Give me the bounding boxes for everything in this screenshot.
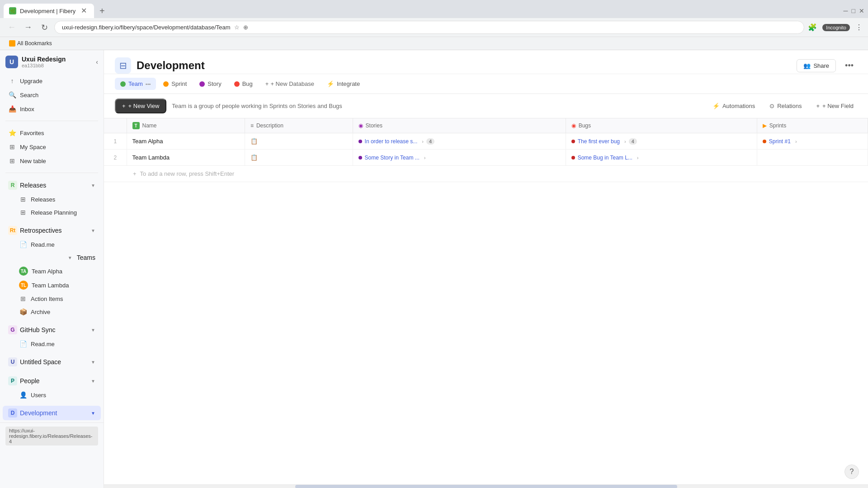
sidebar-item-search[interactable]: 🔍 Search <box>3 88 101 102</box>
tab-team[interactable]: Team ••• <box>115 78 156 90</box>
col-stories[interactable]: ◉ Stories <box>353 118 566 133</box>
address-bar[interactable]: uxui-redesign.fibery.io/fibery/space/Dev… <box>54 21 804 34</box>
action-items-icon: ⊞ <box>19 295 27 303</box>
users-label: Users <box>31 392 46 399</box>
new-view-button[interactable]: + + New View <box>115 99 166 113</box>
sidebar-item-readme[interactable]: 📄 Read.me <box>3 238 101 251</box>
tab-sprint[interactable]: Sprint <box>158 78 192 90</box>
col-name[interactable]: T Name <box>127 118 245 133</box>
tab-story[interactable]: Story <box>194 78 226 90</box>
data-table: T Name ≡ Description ◉ <box>104 118 868 166</box>
sidebar-item-new-table[interactable]: ⊞ New table <box>3 154 101 168</box>
automations-button[interactable]: ⚡ Automations <box>709 100 759 112</box>
row-1-bug-link[interactable]: The first ever bug › 4 <box>571 138 751 145</box>
untitled-space-header[interactable]: U Untitled Space ▼ <box>3 355 101 369</box>
sidebar-item-users[interactable]: 👤 Users <box>3 389 101 401</box>
col-sprints[interactable]: ▶ Sprints <box>757 118 868 133</box>
teams-sub-header[interactable]: ▼ Teams <box>3 251 101 264</box>
new-tab-button[interactable]: + <box>96 4 108 18</box>
share-button[interactable]: 👥 Share <box>797 59 836 72</box>
github-sync-section: G GitHub Sync ▼ 📄 Read.me <box>0 320 104 352</box>
active-tab[interactable]: 🌿 Development | Fibery ✕ <box>4 4 94 18</box>
bug-tab-label: Bug <box>242 80 253 87</box>
sidebar-item-archive[interactable]: 📦 Archive <box>3 305 101 318</box>
close-window-button[interactable]: ✕ <box>859 7 864 14</box>
sidebar-item-github-readme[interactable]: 📄 Read.me <box>3 338 101 350</box>
sidebar-item-favorites[interactable]: ⭐ Favorites <box>3 126 101 140</box>
tab-close-button[interactable]: ✕ <box>81 7 87 14</box>
sprint-tab-label: Sprint <box>171 80 187 87</box>
integrate-label: Integrate <box>337 80 360 87</box>
row-1-story-link[interactable]: In order to release s... › 4 <box>359 138 560 145</box>
development-header[interactable]: D Development ▼ <box>3 406 101 420</box>
new-database-button[interactable]: + + New Database <box>260 78 320 90</box>
sidebar-item-team-alpha[interactable]: TA Team Alpha <box>3 264 101 278</box>
search-icon: 🔍 <box>8 91 16 99</box>
sidebar-item-team-lambda[interactable]: TL Team Lambda <box>3 278 101 292</box>
integrate-button[interactable]: ⚡ Integrate <box>321 78 365 90</box>
share-icon: 👥 <box>803 62 811 69</box>
releases-section-header[interactable]: R Releases ▼ <box>3 178 101 192</box>
sidebar-item-inbox[interactable]: 📥 Inbox <box>3 102 101 116</box>
row-2-name-cell[interactable]: Team Lambda <box>127 150 245 166</box>
row-1-story-expand-icon[interactable]: › <box>422 139 424 144</box>
row-2-bug-link[interactable]: Some Bug in Team L... › <box>571 155 751 161</box>
collapse-sidebar-button[interactable]: ‹ <box>96 58 98 66</box>
row-1-name-cell[interactable]: Team Alpha <box>127 133 245 150</box>
col-description[interactable]: ≡ Description <box>245 118 353 133</box>
more-options-button[interactable]: ••• <box>841 59 857 72</box>
row-1-description-cell[interactable]: 📋 <box>245 133 353 150</box>
scrollbar-thumb[interactable] <box>295 485 677 488</box>
row-1-sprints-cell[interactable]: Sprint #1 › <box>757 133 868 150</box>
sidebar-item-release-planning[interactable]: ⊞ Release Planning <box>3 206 101 219</box>
row-2-stories-cell[interactable]: Some Story in Team ... › <box>353 150 566 166</box>
restore-button[interactable]: □ <box>852 7 855 14</box>
tab-controls: ─ □ ✕ <box>844 7 864 14</box>
new-field-button[interactable]: + + New Field <box>812 100 857 112</box>
row-2-description-cell[interactable]: 📋 <box>245 150 353 166</box>
retrospectives-section-header[interactable]: Rt Retrospectives ▼ <box>3 223 101 238</box>
forward-button[interactable]: → <box>22 21 34 34</box>
row-1-sprint-text: Sprint #1 <box>769 138 791 145</box>
untitled-space-chevron-icon: ▼ <box>91 360 95 365</box>
row-1-sprint-expand-icon[interactable]: › <box>795 139 797 144</box>
github-sync-header[interactable]: G GitHub Sync ▼ <box>3 323 101 337</box>
people-header[interactable]: P People ▼ <box>3 374 101 388</box>
relations-button[interactable]: ⊙ Relations <box>766 100 805 112</box>
col-bugs[interactable]: ◉ Bugs <box>566 118 757 133</box>
sprint-tab-dot <box>163 81 169 87</box>
row-2-story-link[interactable]: Some Story in Team ... › <box>359 155 560 161</box>
reload-button[interactable]: ↻ <box>38 21 51 34</box>
team-tab-more-button[interactable]: ••• <box>146 81 151 87</box>
sidebar-item-my-space[interactable]: ⊞ My Space <box>3 140 101 154</box>
row-2-story-expand-icon[interactable]: › <box>424 155 426 160</box>
row-1-sprint-link[interactable]: Sprint #1 › <box>763 138 862 145</box>
horizontal-scrollbar[interactable] <box>104 484 868 488</box>
development-icon: D <box>8 408 17 418</box>
row-1-stories-cell[interactable]: In order to release s... › 4 <box>353 133 566 150</box>
releases-label: Releases <box>31 196 86 203</box>
add-row-hint[interactable]: + To add a new row, press Shift+Enter <box>104 166 868 182</box>
sidebar-item-action-items[interactable]: ⊞ Action Items <box>3 292 101 305</box>
back-button[interactable]: ← <box>5 21 18 34</box>
bookmark-star-icon[interactable]: ☆ <box>234 24 240 31</box>
menu-icon[interactable]: ⋮ <box>855 23 863 32</box>
address-text: uxui-redesign.fibery.io/fibery/space/Dev… <box>62 24 231 31</box>
sidebar-item-releases[interactable]: ⊞ Releases ••• <box>3 193 101 206</box>
tab-bug[interactable]: Bug <box>229 78 258 90</box>
bugs-col-icon: ◉ <box>571 122 576 129</box>
help-button[interactable]: ? <box>844 465 859 479</box>
sidebar-item-upgrade[interactable]: ↑ Upgrade <box>3 74 101 88</box>
extensions-icon[interactable]: 🧩 <box>808 23 817 32</box>
row-2-bug-expand-icon[interactable]: › <box>637 155 639 160</box>
all-bookmarks-item[interactable]: All Bookmarks <box>5 39 56 48</box>
untitled-space-icon: U <box>8 357 17 366</box>
row-1-bugs-cell[interactable]: The first ever bug › 4 <box>566 133 757 150</box>
team-alpha-label: Team Alpha <box>32 268 62 275</box>
row-1-bug-expand-icon[interactable]: › <box>624 139 626 144</box>
row-2-bugs-cell[interactable]: Some Bug in Team L... › <box>566 150 757 166</box>
people-section: P People ▼ 👤 Users <box>0 371 104 404</box>
minimize-button[interactable]: ─ <box>844 7 848 14</box>
profile-icon[interactable]: ⊕ <box>243 24 248 31</box>
col-name-label: Name <box>142 122 157 129</box>
